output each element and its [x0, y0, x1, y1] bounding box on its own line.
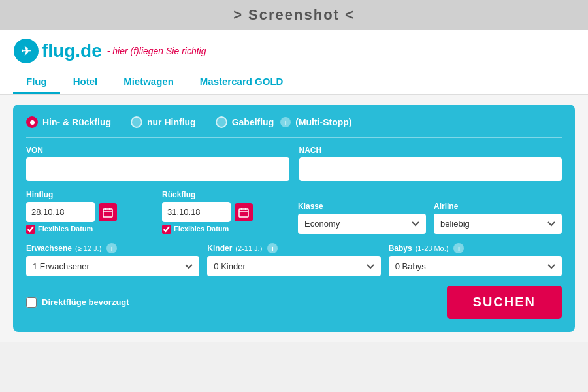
divider [26, 137, 562, 138]
radio-nur-hin-label: nur Hinflug [147, 117, 196, 127]
hinflug-date-input[interactable] [26, 202, 95, 222]
erwachsene-select[interactable]: 1 Erwachsener 2 Erwachsene 3 Erwachsene [26, 256, 199, 276]
babys-label: Babys (1-23 Mo.) i [389, 243, 562, 253]
radio-nur-hin-circle [131, 116, 142, 128]
bottom-row: Direktflüge bevorzugt SUCHEN [26, 286, 562, 319]
hinflug-date-row [26, 202, 154, 222]
rueckflug-flex-checkbox[interactable] [162, 225, 171, 234]
kinder-group: Kinder (2-11 J.) i 0 Kinder 1 Kind 2 Kin… [207, 243, 380, 276]
tab-mastercard[interactable]: Mastercard GOLD [187, 71, 297, 94]
von-input[interactable] [26, 157, 289, 181]
date-klasse-row: Hinflug Flexibles Datum [26, 190, 562, 234]
rueckflug-calendar-icon[interactable] [235, 203, 253, 221]
radio-hin-rueck-circle [26, 116, 38, 128]
rueckflug-flex-label: Flexibles Datum [174, 225, 229, 233]
klasse-label: Klasse [298, 202, 426, 211]
tabs-nav: Flug Hotel Mietwagen Mastercard GOLD [13, 71, 575, 94]
tab-hotel[interactable]: Hotel [60, 71, 111, 94]
logo-text: flug.de [42, 41, 102, 61]
hinflug-calendar-icon[interactable] [99, 203, 117, 221]
hinflug-flex-checkbox[interactable] [26, 225, 35, 234]
klasse-select[interactable]: Economy Business First [298, 214, 426, 234]
radio-gabelflug[interactable]: Gabelflug i (Multi-Stopp) [216, 116, 352, 128]
info-icon-erwachsene: i [106, 243, 117, 253]
kinder-select[interactable]: 0 Kinder 1 Kind 2 Kinder [207, 256, 380, 276]
erwachsene-label: Erwachsene (≥ 12 J.) i [26, 243, 199, 253]
hinflug-flexibles: Flexibles Datum [26, 225, 154, 234]
direktfluege-label[interactable]: Direktflüge bevorzugt [26, 297, 129, 308]
rueckflug-date-input[interactable] [162, 202, 231, 222]
erwachsene-group: Erwachsene (≥ 12 J.) i 1 Erwachsener 2 E… [26, 243, 199, 276]
radio-hin-rueck[interactable]: Hin- & Rückflug [26, 116, 111, 128]
von-label: VON [26, 146, 289, 155]
info-icon-gabelflug: i [280, 117, 291, 127]
hinflug-label: Hinflug [26, 190, 154, 199]
von-field: VON [26, 146, 289, 181]
rueckflug-group: Rückflug Flexibles Datum [162, 190, 290, 234]
rueckflug-date-row [162, 202, 290, 222]
suchen-button[interactable]: SUCHEN [447, 286, 562, 319]
svg-text:✈: ✈ [21, 44, 32, 58]
radio-hin-rueck-label: Hin- & Rückflug [42, 117, 111, 127]
airline-select[interactable]: beliebig [434, 214, 562, 234]
passengers-row: Erwachsene (≥ 12 J.) i 1 Erwachsener 2 E… [26, 243, 562, 276]
header: ✈ flug.de - hier (f)liegen Sie richtig F… [0, 30, 588, 95]
airline-label: Airline [434, 202, 562, 211]
rueckflug-label: Rückflug [162, 190, 290, 199]
logo-area: ✈ flug.de - hier (f)liegen Sie richtig [13, 38, 575, 64]
flight-type-row: Hin- & Rückflug nur Hinflug Gabelflug i … [26, 116, 562, 128]
radio-gabelflug-label: Gabelflug [232, 117, 274, 127]
tab-mietwagen[interactable]: Mietwagen [110, 71, 187, 94]
svg-rect-6 [239, 209, 248, 217]
radio-nur-hin[interactable]: nur Hinflug [131, 116, 196, 128]
babys-select[interactable]: 0 Babys 1 Baby 2 Babys [389, 256, 562, 276]
rueckflug-flexibles: Flexibles Datum [162, 225, 290, 234]
search-box: Hin- & Rückflug nur Hinflug Gabelflug i … [13, 105, 575, 332]
airline-group: Airline beliebig [434, 202, 562, 234]
plane-icon: ✈ [13, 38, 39, 64]
von-nach-row: VON NACH [26, 146, 562, 181]
babys-group: Babys (1-23 Mo.) i 0 Babys 1 Baby 2 Baby… [389, 243, 562, 276]
klasse-group: Klasse Economy Business First [298, 202, 426, 234]
tab-flug[interactable]: Flug [13, 71, 60, 94]
info-icon-kinder: i [267, 243, 278, 253]
logo-tagline: - hier (f)liegen Sie richtig [107, 46, 206, 56]
screenshot-banner: > Screenshot < [0, 0, 588, 30]
nach-field: NACH [299, 146, 563, 181]
gabelflug-info: (Multi-Stopp) [295, 117, 351, 127]
radio-gabelflug-circle [216, 116, 227, 128]
direktfluege-text: Direktflüge bevorzugt [42, 297, 129, 307]
kinder-label: Kinder (2-11 J.) i [207, 243, 380, 253]
info-icon-babys: i [453, 243, 464, 253]
svg-rect-2 [103, 209, 112, 217]
nach-input[interactable] [299, 157, 563, 181]
direktfluege-checkbox[interactable] [26, 297, 37, 308]
main-content: Hin- & Rückflug nur Hinflug Gabelflug i … [0, 95, 588, 342]
hinflug-flex-label: Flexibles Datum [38, 225, 93, 233]
nach-label: NACH [299, 146, 563, 155]
hinflug-group: Hinflug Flexibles Datum [26, 190, 154, 234]
